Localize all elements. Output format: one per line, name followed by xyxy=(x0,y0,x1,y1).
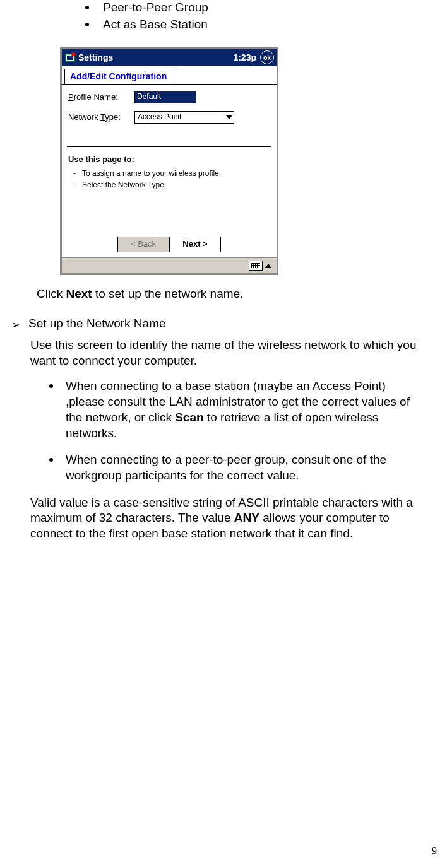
dash-icon: - xyxy=(73,169,76,179)
list-item: Act as Base Station xyxy=(85,17,422,33)
instruction-text: Click Next to set up the network name. xyxy=(37,286,422,302)
svg-rect-1 xyxy=(67,56,73,60)
profile-name-input[interactable]: Default xyxy=(134,91,196,103)
bullet-text: When connecting to a peer-to-peer group,… xyxy=(66,452,422,483)
network-type-select[interactable]: Access Point xyxy=(134,111,234,124)
list-item: Peer-to-Peer Group xyxy=(85,0,422,16)
spacer xyxy=(62,196,277,232)
network-type-row: Network Type: Access Point xyxy=(68,111,270,124)
embedded-screenshot: Settings 1:23p ok Add/Edit Configuration… xyxy=(60,47,422,275)
valid-value-text: Valid value is a case-sensitive string o… xyxy=(30,495,422,542)
section-title: Set up the Network Name xyxy=(28,316,166,332)
help-item: - To assign a name to your wireless prof… xyxy=(73,169,270,179)
bullet-icon xyxy=(49,384,53,388)
bullet-text: When connecting to a base station (maybe… xyxy=(66,378,422,441)
help-item: - Select the Network Type. xyxy=(73,180,270,191)
help-text: To assign a name to your wireless profil… xyxy=(82,169,221,179)
window-title: Settings xyxy=(78,52,233,63)
bullet-text: Peer-to-Peer Group xyxy=(103,0,208,16)
svg-point-2 xyxy=(71,52,75,56)
back-button: < Back xyxy=(117,237,169,252)
clock-text: 1:23p xyxy=(233,52,256,63)
config-form: Profile Name: Default Network Type: Acce… xyxy=(62,85,277,135)
list-item: When connecting to a base station (maybe… xyxy=(49,378,422,441)
help-text: Select the Network Type. xyxy=(82,180,166,191)
bullet-icon xyxy=(85,6,89,9)
page-number: 9 xyxy=(432,845,437,858)
chevron-up-icon[interactable] xyxy=(265,264,271,268)
bullet-icon xyxy=(85,23,89,26)
section-intro: Use this screen to identify the name of … xyxy=(30,337,422,368)
bullet-text: Act as Base Station xyxy=(103,17,208,33)
arrow-bullet-icon: ➢ xyxy=(11,318,21,332)
chevron-down-icon xyxy=(226,115,232,119)
help-panel: Use this page to: - To assign a name to … xyxy=(62,152,277,196)
wizard-nav: < Back Next > xyxy=(62,232,277,257)
keyboard-icon[interactable] xyxy=(249,261,263,271)
sub-bullet-list: When connecting to a base station (maybe… xyxy=(49,378,422,483)
profile-name-row: Profile Name: Default xyxy=(68,91,270,103)
section-heading: ➢ Set up the Network Name xyxy=(11,316,422,332)
app-icon xyxy=(64,52,76,63)
profile-name-label: Profile Name: xyxy=(68,92,134,103)
list-item: When connecting to a peer-to-peer group,… xyxy=(49,452,422,483)
network-type-label: Network Type: xyxy=(68,112,134,123)
next-button[interactable]: Next > xyxy=(169,237,221,252)
divider xyxy=(67,146,271,147)
window-titlebar: Settings 1:23p ok xyxy=(62,49,277,66)
ok-button[interactable]: ok xyxy=(260,50,274,64)
input-panel-bar xyxy=(62,257,277,273)
top-bullet-list: Peer-to-Peer Group Act as Base Station xyxy=(85,0,422,32)
tab-bar: Add/Edit Configuration xyxy=(62,66,277,85)
tab-add-edit-configuration[interactable]: Add/Edit Configuration xyxy=(64,69,172,83)
bullet-icon xyxy=(49,458,53,462)
network-type-value: Access Point xyxy=(138,112,181,122)
help-title: Use this page to: xyxy=(68,155,270,165)
dash-icon: - xyxy=(73,180,76,191)
